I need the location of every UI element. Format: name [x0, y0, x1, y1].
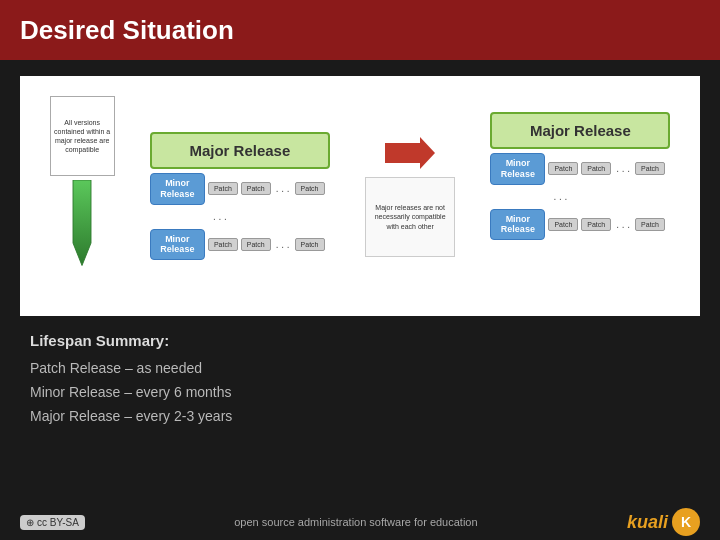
svg-marker-0	[73, 180, 91, 266]
left-patch-2c: Patch	[295, 238, 325, 251]
left-patch-2b: Patch	[241, 238, 271, 251]
left-release-column: Major Release MinorRelease Patch Patch .…	[150, 132, 330, 260]
right-minor-row-2: MinorRelease Patch Patch . . . Patch	[490, 209, 665, 241]
right-dots-1: . . .	[616, 163, 630, 174]
left-minor-row-1: MinorRelease Patch Patch . . . Patch	[150, 173, 325, 205]
down-arrow-icon	[67, 180, 97, 270]
right-patch-1c: Patch	[635, 162, 665, 175]
left-minor-release-1: MinorRelease	[150, 173, 205, 205]
cc-label: cc BY-SA	[37, 517, 79, 528]
right-patch-2b: Patch	[581, 218, 611, 231]
left-dots-1: . . .	[276, 183, 290, 194]
header: Desired Situation	[0, 0, 720, 60]
right-minor-release-2: MinorRelease	[490, 209, 545, 241]
cc-icon: ⊕	[26, 517, 34, 528]
kuali-icon: K	[672, 508, 700, 536]
diagram-area: All versions contained within a major re…	[20, 76, 700, 316]
summary-item-3: Major Release – every 2-3 years	[30, 405, 690, 429]
left-patch-1b: Patch	[241, 182, 271, 195]
kuali-logo: kuali K	[627, 508, 700, 536]
right-dots-2: . . .	[616, 219, 630, 230]
left-minor-row-2: MinorRelease Patch Patch . . . Patch	[150, 229, 325, 261]
right-release-column: Major Release MinorRelease Patch Patch .…	[490, 112, 670, 240]
right-patch-2c: Patch	[635, 218, 665, 231]
left-major-release-box: Major Release	[150, 132, 330, 169]
right-arrow-icon	[385, 135, 435, 171]
page-title: Desired Situation	[20, 15, 234, 46]
right-major-release-box: Major Release	[490, 112, 670, 149]
left-patch-1c: Patch	[295, 182, 325, 195]
footer-open-source-text: open source administration software for …	[234, 516, 477, 528]
left-dots-2: . . .	[276, 239, 290, 250]
left-patch-2a: Patch	[208, 238, 238, 251]
middle-note: Major releases are not necessarily compa…	[365, 177, 455, 257]
left-minor-release-2: MinorRelease	[150, 229, 205, 261]
right-middle-dots: . . .	[493, 189, 569, 205]
right-patch-1a: Patch	[548, 162, 578, 175]
svg-marker-1	[385, 137, 435, 169]
summary-section: Lifespan Summary: Patch Release – as nee…	[20, 322, 700, 434]
left-patch-1a: Patch	[208, 182, 238, 195]
right-minor-row-1: MinorRelease Patch Patch . . . Patch	[490, 153, 665, 185]
left-middle-dots: . . .	[153, 209, 229, 225]
right-patch-2a: Patch	[548, 218, 578, 231]
summary-item-2: Minor Release – every 6 months	[30, 381, 690, 405]
right-patch-1b: Patch	[581, 162, 611, 175]
footer: ⊕ cc BY-SA open source administration so…	[0, 504, 720, 540]
middle-section: Major releases are not necessarily compa…	[365, 135, 455, 257]
main-content: All versions contained within a major re…	[0, 60, 720, 540]
left-note: All versions contained within a major re…	[50, 96, 115, 176]
summary-item-1: Patch Release – as needed	[30, 357, 690, 381]
kuali-brand-text: kuali	[627, 512, 668, 533]
right-minor-release-1: MinorRelease	[490, 153, 545, 185]
cc-license-badge: ⊕ cc BY-SA	[20, 515, 85, 530]
summary-heading: Lifespan Summary:	[30, 332, 690, 349]
